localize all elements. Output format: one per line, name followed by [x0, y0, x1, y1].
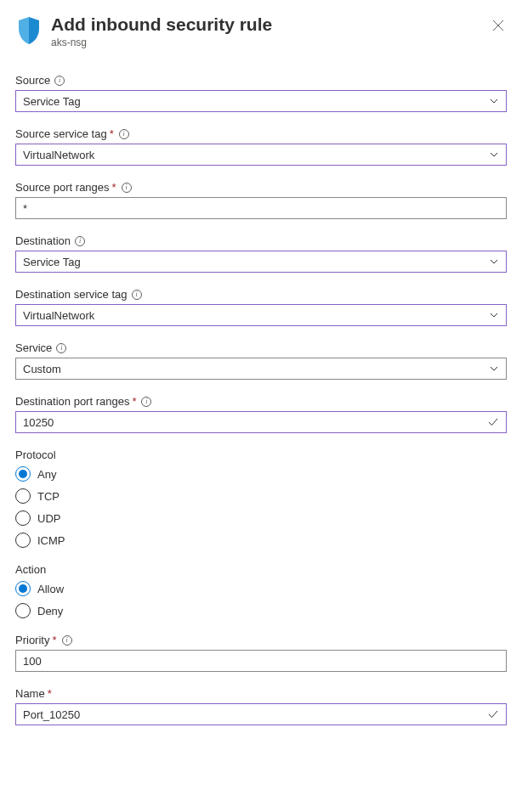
radio-icon [15, 510, 31, 526]
source-service-tag-value: VirtualNetwork [23, 149, 489, 161]
panel-subtitle: aks-nsg [51, 37, 490, 48]
radio-icon [15, 581, 31, 596]
info-icon[interactable]: i [141, 397, 151, 407]
info-icon[interactable]: i [119, 129, 129, 139]
chevron-down-icon [489, 310, 499, 320]
source-service-tag-label: Source service tag [15, 127, 107, 140]
destination-service-tag-label: Destination service tag [15, 288, 128, 301]
destination-port-ranges-label: Destination port ranges [15, 395, 129, 408]
radio-icon [15, 533, 31, 548]
source-port-ranges-label-row: Source port ranges * i [15, 181, 507, 194]
shield-icon [15, 15, 43, 46]
destination-service-tag-value: VirtualNetwork [23, 309, 489, 322]
destination-port-ranges-input[interactable]: 10250 [15, 411, 507, 433]
check-icon [487, 416, 499, 428]
source-port-ranges-group: Source port ranges * i * [15, 181, 507, 219]
service-select[interactable]: Custom [15, 358, 507, 380]
action-group: Action Allow Deny [15, 563, 507, 618]
close-button[interactable] [490, 17, 507, 34]
info-icon[interactable]: i [75, 236, 85, 246]
source-select[interactable]: Service Tag [15, 90, 507, 112]
chevron-down-icon [489, 364, 499, 374]
action-option-allow[interactable]: Allow [15, 581, 507, 596]
destination-label-row: Destination i [15, 234, 507, 247]
radio-label: TCP [37, 490, 60, 503]
info-icon[interactable]: i [54, 76, 65, 86]
source-label-row: Source i [15, 74, 507, 87]
source-service-tag-group: Source service tag * i VirtualNetwork [15, 127, 507, 166]
destination-service-tag-label-row: Destination service tag i [15, 288, 507, 301]
action-label-row: Action [15, 563, 507, 576]
destination-port-ranges-label-row: Destination port ranges * i [15, 395, 507, 408]
protocol-option-tcp[interactable]: TCP [15, 488, 507, 504]
destination-label: Destination [15, 234, 71, 247]
protocol-option-icmp[interactable]: ICMP [15, 533, 507, 548]
action-label: Action [15, 563, 46, 576]
radio-label: Any [37, 468, 56, 481]
protocol-radio-group: Any TCP UDP ICMP [15, 466, 507, 548]
radio-icon [15, 603, 31, 618]
name-input[interactable]: Port_10250 [15, 703, 507, 725]
destination-port-ranges-group: Destination port ranges * i 10250 [15, 395, 507, 433]
check-icon [487, 708, 499, 720]
priority-group: Priority * i 100 [15, 634, 507, 672]
required-marker: * [132, 395, 136, 408]
service-value: Custom [23, 363, 489, 375]
required-marker: * [52, 634, 56, 646]
protocol-option-any[interactable]: Any [15, 466, 507, 482]
priority-label-row: Priority * i [15, 634, 507, 646]
action-option-deny[interactable]: Deny [15, 603, 507, 618]
destination-value: Service Tag [23, 256, 489, 268]
radio-label: Deny [37, 605, 63, 617]
action-radio-group: Allow Deny [15, 581, 507, 618]
service-group: Service i Custom [15, 341, 507, 380]
priority-value: 100 [23, 655, 499, 668]
radio-icon [15, 488, 31, 504]
info-icon[interactable]: i [56, 343, 66, 353]
source-port-ranges-input[interactable]: * [15, 197, 507, 219]
protocol-label-row: Protocol [15, 448, 507, 461]
chevron-down-icon [489, 96, 499, 106]
panel-header: Add inbound security rule aks-nsg [15, 14, 507, 48]
panel-title: Add inbound security rule [51, 14, 490, 35]
name-group: Name * Port_10250 [15, 687, 507, 725]
priority-label: Priority [15, 634, 49, 646]
required-marker: * [48, 687, 52, 700]
name-label: Name [15, 687, 45, 700]
radio-label: ICMP [37, 534, 65, 547]
title-block: Add inbound security rule aks-nsg [51, 14, 490, 48]
info-icon[interactable]: i [122, 183, 132, 193]
destination-port-ranges-value: 10250 [23, 416, 487, 429]
name-label-row: Name * [15, 687, 507, 700]
source-port-ranges-value: * [23, 202, 499, 215]
radio-label: Allow [37, 583, 64, 595]
required-marker: * [110, 127, 114, 140]
protocol-option-udp[interactable]: UDP [15, 510, 507, 526]
destination-group: Destination i Service Tag [15, 234, 507, 273]
source-service-tag-label-row: Source service tag * i [15, 127, 507, 140]
protocol-label: Protocol [15, 448, 56, 461]
priority-input[interactable]: 100 [15, 650, 507, 672]
source-service-tag-select[interactable]: VirtualNetwork [15, 144, 507, 166]
source-port-ranges-label: Source port ranges [15, 181, 110, 194]
info-icon[interactable]: i [62, 635, 72, 646]
chevron-down-icon [489, 149, 499, 160]
source-group: Source i Service Tag [15, 74, 507, 112]
required-marker: * [112, 181, 116, 194]
radio-icon [15, 466, 31, 482]
radio-label: UDP [37, 512, 60, 525]
chevron-down-icon [489, 257, 499, 267]
destination-service-tag-group: Destination service tag i VirtualNetwork [15, 288, 507, 326]
name-value: Port_10250 [23, 708, 487, 721]
destination-select[interactable]: Service Tag [15, 251, 507, 273]
info-icon[interactable]: i [132, 290, 142, 300]
source-value: Service Tag [23, 95, 489, 108]
destination-service-tag-select[interactable]: VirtualNetwork [15, 304, 507, 326]
source-label: Source [15, 74, 50, 87]
protocol-group: Protocol Any TCP UDP ICMP [15, 448, 507, 548]
service-label: Service [15, 341, 52, 354]
service-label-row: Service i [15, 341, 507, 354]
